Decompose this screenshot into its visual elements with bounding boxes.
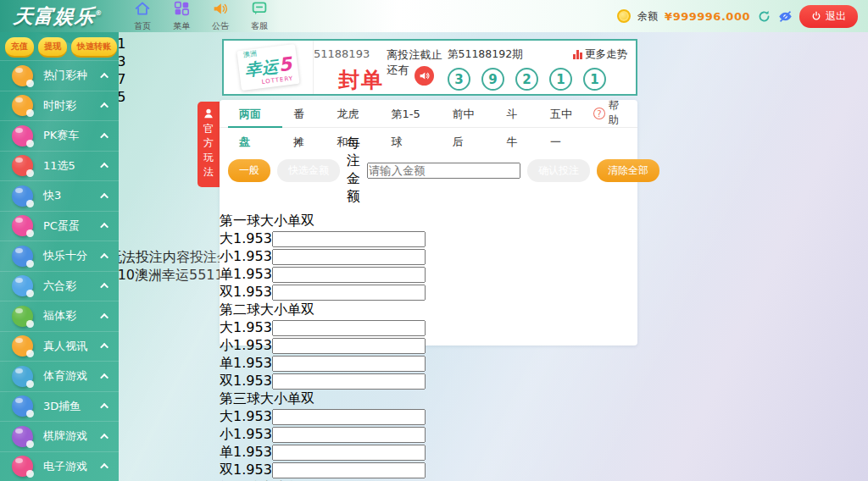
nav-item-home[interactable]: 首页 — [129, 1, 156, 32]
customer-service-icon — [251, 1, 268, 19]
betting-panel: 两面盘番摊龙虎和第1-5球前中后斗牛五中一?帮助 一般快选金额每注金额确认投注清… — [220, 100, 637, 346]
tab-五中一[interactable]: 五中一 — [539, 100, 593, 128]
bet-option-amount-input[interactable] — [272, 338, 426, 354]
bet-option-amount-input[interactable] — [272, 285, 426, 301]
lottery-banner: 澳洲 幸运5 LOTTERY 51188193 离投注截止还有 封单 第5118… — [222, 39, 637, 96]
more-trend-link[interactable]: 更多走势 — [573, 47, 627, 62]
tab-两面盘[interactable]: 两面盘 — [228, 100, 282, 128]
bet-option-odds: 1.953 — [233, 408, 272, 424]
betting-grid: 第一球大小单双大1.953小1.953单1.953双1.953第二球大小单双大1… — [220, 213, 637, 481]
help-link[interactable]: ?帮助 — [593, 99, 629, 128]
bet-option-row[interactable]: 大1.953 — [220, 230, 637, 248]
bet-option-amount-input[interactable] — [272, 267, 426, 283]
quick-amount-button[interactable]: 快选金额 — [277, 159, 340, 182]
official-play-label: 官方玩法 — [203, 122, 214, 180]
sidebar-item-label: 3D捕鱼 — [43, 399, 103, 414]
bet-option-row[interactable]: 双1.953 — [220, 462, 637, 479]
tab-番摊[interactable]: 番摊 — [282, 100, 326, 128]
sidebar-item-label: 体育游戏 — [43, 368, 103, 384]
home-icon — [134, 1, 151, 19]
bet-option-row[interactable]: 小1.953 — [220, 426, 637, 444]
tab-第1-5球[interactable]: 第1-5球 — [380, 100, 441, 128]
bet-column: 第一球大小单双大1.953小1.953单1.953双1.953 — [220, 213, 637, 301]
sidebar-item-label: 11选5 — [43, 158, 103, 174]
sidebar-item-label: 热门彩种 — [43, 68, 103, 83]
nav-item-customer-service[interactable]: 客服 — [246, 1, 273, 32]
sidebar-item-快乐十分[interactable]: 快乐十分 — [0, 240, 119, 271]
sound-icon[interactable] — [415, 66, 434, 86]
nav-item-label: 客服 — [251, 20, 268, 32]
bet-option-row[interactable]: 小1.953 — [220, 337, 637, 355]
general-button[interactable]: 一般 — [228, 159, 270, 182]
lottery-ball-icon — [12, 456, 33, 477]
bet-option-amount-input[interactable] — [272, 373, 426, 390]
bet-option-amount-input[interactable] — [272, 427, 426, 443]
sidebar-item-六合彩[interactable]: 六合彩 — [0, 271, 119, 301]
bet-option-odds: 1.953 — [233, 426, 272, 442]
bet-option-label: 大 — [220, 408, 233, 424]
tab-龙虎和[interactable]: 龙虎和 — [326, 100, 380, 128]
banner-result-area: 第51188192期 更多走势 39211 — [442, 41, 636, 94]
bet-amount-input[interactable] — [367, 163, 520, 179]
sidebar-item-快3[interactable]: 快3 — [0, 180, 119, 211]
quick-transfer-button[interactable]: 快速转账 — [71, 37, 117, 58]
refresh-icon[interactable] — [757, 9, 771, 24]
bet-option-row[interactable]: 小1.953 — [220, 248, 637, 266]
bet-option-amount-input[interactable] — [272, 445, 426, 461]
bet-option-amount-input[interactable] — [272, 409, 426, 425]
official-play-ribbon[interactable]: 官方玩法 — [198, 102, 220, 187]
bet-option-row[interactable]: 单1.953 — [220, 355, 637, 373]
tab-斗牛[interactable]: 斗牛 — [496, 100, 539, 128]
tab-前中后[interactable]: 前中后 — [442, 100, 496, 128]
draw-number-circle: 1 — [583, 68, 606, 91]
lottery-number: 5 — [277, 53, 292, 76]
logout-button[interactable]: 退出 — [799, 5, 858, 28]
withdraw-button[interactable]: 提现 — [38, 37, 67, 58]
sidebar-item-真人视讯[interactable]: 真人视讯 — [0, 331, 119, 362]
sidebar-item-热门彩种[interactable]: 热门彩种 — [0, 60, 119, 91]
clear-all-button[interactable]: 清除全部 — [597, 159, 659, 182]
bet-option-row[interactable]: 大1.953 — [220, 408, 637, 426]
bet-column-body: 大1.953小1.953单1.953双1.953 — [220, 408, 637, 479]
bet-option-row[interactable]: 单1.953 — [220, 266, 637, 284]
bet-option-label: 小 — [220, 426, 233, 442]
draw-number-circle: 1 — [549, 68, 572, 91]
bet-option-odds: 1.953 — [233, 373, 272, 389]
sidebar-items: 热门彩种时时彩PK赛车11选5快3PC蛋蛋快乐十分六合彩福体彩真人视讯体育游戏3… — [0, 60, 119, 481]
nav-item-menu-grid[interactable]: 菜单 — [168, 1, 195, 32]
sidebar: 充值提现快速转账 热门彩种时时彩PK赛车11选5快3PC蛋蛋快乐十分六合彩福体彩… — [0, 32, 119, 481]
bet-option-amount-input[interactable] — [272, 356, 426, 372]
records-header-cell: 投注内容 — [136, 249, 190, 265]
sidebar-item-福体彩[interactable]: 福体彩 — [0, 301, 119, 331]
bet-option-amount-input[interactable] — [272, 462, 426, 478]
header-right: 余额 ¥999996.000 退出 — [617, 5, 868, 28]
header: 天富娱乐® 首页菜单公告客服 余额 ¥999996.000 退出 — [0, 0, 868, 32]
bet-option-amount-input[interactable] — [272, 249, 426, 265]
sidebar-item-PC蛋蛋[interactable]: PC蛋蛋 — [0, 211, 119, 241]
bet-option-amount-input[interactable] — [272, 320, 426, 336]
bet-option-row[interactable]: 双1.953 — [220, 284, 637, 301]
recharge-button[interactable]: 充值 — [5, 37, 34, 58]
sidebar-item-体育游戏[interactable]: 体育游戏 — [0, 361, 119, 391]
bet-option-label: 双 — [220, 284, 233, 300]
bet-option-label: 单 — [220, 266, 233, 282]
bar-chart-icon — [573, 50, 582, 59]
sidebar-item-PK赛车[interactable]: PK赛车 — [0, 120, 119, 151]
sidebar-item-3D捕鱼[interactable]: 3D捕鱼 — [0, 391, 119, 422]
banner-countdown-area: 51188193 离投注截止还有 封单 — [314, 41, 442, 94]
bet-option-row[interactable]: 大1.953 — [220, 319, 637, 337]
lottery-ball-icon — [12, 155, 33, 176]
sidebar-item-时时彩[interactable]: 时时彩 — [0, 91, 119, 121]
bet-option-row[interactable]: 双1.953 — [220, 373, 637, 390]
sidebar-item-棋牌游戏[interactable]: 棋牌游戏 — [0, 421, 119, 451]
nav-item-announcement[interactable]: 公告 — [207, 1, 234, 32]
betting-controls-top: 一般快选金额每注金额确认投注清除全部 — [220, 128, 637, 213]
confirm-bet-button[interactable]: 确认投注 — [527, 159, 590, 182]
more-trend-label: 更多走势 — [585, 47, 627, 62]
lottery-ball-icon — [12, 246, 33, 267]
eye-hidden-icon[interactable] — [778, 9, 793, 24]
sidebar-item-11选5[interactable]: 11选5 — [0, 151, 119, 181]
bet-option-amount-input[interactable] — [272, 231, 426, 247]
sidebar-item-电子游戏[interactable]: 电子游戏 — [0, 451, 119, 481]
bet-option-row[interactable]: 单1.953 — [220, 444, 637, 462]
